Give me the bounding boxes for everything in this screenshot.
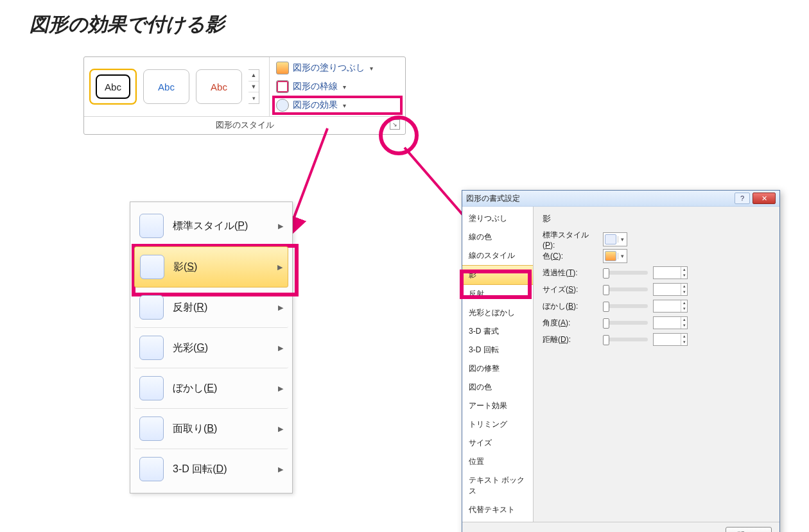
spinner[interactable]: ▴▾ [681, 300, 687, 312]
close-button[interactable]: ✕ [752, 193, 776, 204]
menu-item-preset[interactable]: 標準スタイル(P)▶ [134, 206, 288, 246]
transparency-label: 透過性(T): [543, 268, 598, 279]
menu-item-3drotation[interactable]: 3-D 回転(D)▶ [134, 449, 288, 489]
help-button[interactable]: ? [735, 193, 750, 204]
menu-item-label: 面取り(B) [173, 422, 278, 436]
chevron-right-icon: ▶ [277, 263, 283, 271]
angle-label: 角度(A): [543, 318, 598, 329]
glow-icon [139, 336, 164, 360]
menu-item-label: 影(S) [173, 261, 277, 274]
chevron-up-icon: ▴ [681, 284, 687, 289]
cat-piccolor[interactable]: 図の色 [462, 378, 533, 397]
spinner[interactable]: ▴▾ [681, 334, 687, 345]
chevron-up-icon: ▴ [681, 334, 687, 339]
gallery-more-button[interactable]: ▲▼▾ [248, 69, 259, 104]
chevron-right-icon: ▶ [278, 425, 283, 433]
cat-position[interactable]: 位置 [462, 452, 533, 471]
transparency-slider[interactable] [603, 271, 648, 275]
cat-reflection[interactable]: 反射 [462, 285, 533, 304]
slider-knob[interactable] [603, 318, 609, 329]
swatch-label: Abc [96, 74, 130, 99]
arrow-to-menu [283, 128, 360, 244]
category-list: 塗りつぶし 線の色 線のスタイル 影 反射 光彩とぼかし 3-D 書式 3-D … [462, 207, 534, 522]
preset-dropdown[interactable]: ▾ [603, 232, 627, 246]
rotation3d-icon [139, 457, 164, 481]
format-shape-dialog: 図形の書式設定 ? ✕ 塗りつぶし 線の色 線のスタイル 影 反射 光彩とぼかし… [462, 190, 780, 532]
chevron-down-icon: ▾ [681, 289, 687, 295]
reflection-icon [139, 295, 164, 320]
color-dropdown[interactable]: ▾ [603, 249, 627, 263]
cat-shadow[interactable]: 影 [462, 265, 533, 285]
shape-outline-button[interactable]: 図形の枠線▾ [274, 78, 401, 95]
cat-3dformat[interactable]: 3-D 書式 [462, 322, 533, 341]
blur-value[interactable] [654, 300, 681, 312]
chevron-down-icon: ▾ [343, 83, 346, 90]
ribbon-shape-styles-group: Abc Abc Abc ▲▼▾ 図形の塗りつぶし▾ 図形の枠線▾ 図形の効果▾ … [83, 56, 406, 135]
menu-item-shadow[interactable]: 影(S)▶ [134, 246, 288, 287]
cat-crop[interactable]: トリミング [462, 415, 533, 434]
shape-fill-button[interactable]: 図形の塗りつぶし▾ [274, 60, 401, 76]
cat-textbox[interactable]: テキスト ボックス [462, 471, 533, 501]
size-slider[interactable] [603, 287, 648, 291]
chevron-down-icon: ▾ [370, 65, 373, 72]
distance-input[interactable]: ▴▾ [653, 333, 688, 346]
transparency-input[interactable]: ▴▾ [653, 266, 688, 279]
spinner[interactable]: ▴▾ [681, 284, 687, 295]
preset-thumb-icon [605, 234, 616, 245]
size-input[interactable]: ▴▾ [653, 283, 688, 296]
cmd-label: 図形の枠線 [293, 81, 338, 92]
cat-size[interactable]: サイズ [462, 434, 533, 452]
cat-piccorrect[interactable]: 図の修整 [462, 359, 533, 378]
chevron-right-icon: ▶ [278, 384, 283, 393]
angle-slider[interactable] [603, 321, 648, 325]
shadow-icon [140, 255, 164, 279]
menu-item-softedge[interactable]: ぼかし(E)▶ [134, 368, 288, 409]
blur-input[interactable]: ▴▾ [653, 300, 688, 313]
menu-item-reflection[interactable]: 反射(R)▶ [134, 287, 288, 328]
shape-style-swatch-3[interactable]: Abc [196, 69, 242, 104]
preset-icon [139, 214, 164, 238]
menu-item-bevel[interactable]: 面取り(B)▶ [134, 409, 288, 449]
chevron-right-icon: ▶ [278, 222, 283, 230]
shape-effects-button[interactable]: 図形の効果▾ [274, 97, 401, 114]
effects-icon [276, 99, 289, 112]
pane-heading: 影 [543, 213, 770, 225]
chevron-down-icon: ▾ [681, 339, 687, 345]
chevron-down-icon: ▾ [681, 273, 687, 279]
slider-knob[interactable] [603, 268, 609, 279]
transparency-value[interactable] [654, 267, 681, 279]
group-caption-text: 図形のスタイル [216, 119, 274, 131]
distance-slider[interactable] [603, 338, 648, 341]
chevron-up-icon: ▲ [248, 70, 259, 82]
angle-value[interactable] [654, 317, 681, 329]
cat-linestyle[interactable]: 線のスタイル [462, 246, 533, 265]
slider-knob[interactable] [603, 335, 609, 345]
cat-3drotation[interactable]: 3-D 回転 [462, 341, 533, 359]
spinner[interactable]: ▴▾ [681, 267, 687, 279]
size-value[interactable] [654, 284, 681, 295]
cat-alttext[interactable]: 代替テキスト [462, 501, 533, 519]
slider-knob[interactable] [603, 302, 609, 312]
distance-value[interactable] [654, 334, 681, 345]
shape-style-swatch-2[interactable]: Abc [143, 69, 189, 104]
chevron-right-icon: ▶ [278, 344, 283, 352]
softedge-icon [139, 376, 164, 400]
cat-fill[interactable]: 塗りつぶし [462, 209, 533, 228]
cat-linecolor[interactable]: 線の色 [462, 228, 533, 246]
dialog-titlebar[interactable]: 図形の書式設定 ? ✕ [462, 191, 779, 207]
color-label: 色(C): [543, 251, 598, 262]
spinner[interactable]: ▴▾ [681, 317, 687, 329]
menu-item-label: ぼかし(E) [173, 382, 278, 395]
shape-style-gallery[interactable]: Abc Abc Abc ▲▼▾ [84, 57, 270, 116]
cat-glow[interactable]: 光彩とぼかし [462, 304, 533, 322]
shape-effects-menu: 標準スタイル(P)▶ 影(S)▶ 反射(R)▶ 光彩(G)▶ ぼかし(E)▶ 面… [130, 202, 293, 493]
cat-artistic[interactable]: アート効果 [462, 397, 533, 415]
menu-item-glow[interactable]: 光彩(G)▶ [134, 328, 288, 368]
blur-slider[interactable] [603, 304, 648, 308]
shape-style-swatch-1[interactable]: Abc [89, 69, 137, 105]
size-label: サイズ(S): [543, 284, 598, 295]
slider-knob[interactable] [603, 285, 609, 295]
menu-item-label: 光彩(G) [173, 341, 278, 355]
angle-input[interactable]: ▴▾ [653, 316, 688, 329]
close-dialog-button[interactable]: 閉じる [726, 527, 772, 532]
